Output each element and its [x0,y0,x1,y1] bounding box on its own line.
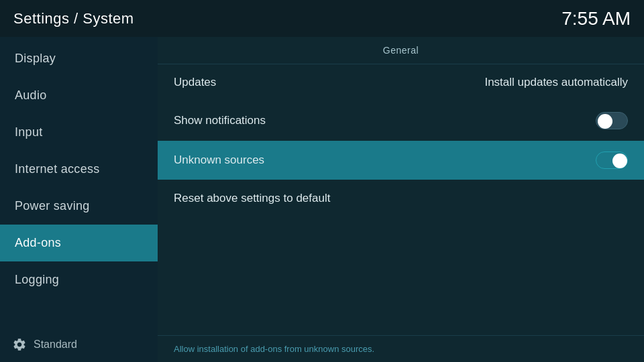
gear-icon [12,337,27,352]
sidebar-item-input[interactable]: Input [0,114,158,151]
toggle-unknown-sources[interactable] [596,152,628,169]
setting-row-show-notifications[interactable]: Show notifications [158,101,644,141]
setting-row-reset-settings[interactable]: Reset above settings to default [158,180,644,217]
sidebar-footer: Standard [0,327,158,362]
sidebar-item-logging[interactable]: Logging [0,261,158,298]
toggle-knob-show-notifications [598,114,612,129]
sidebar-item-audio[interactable]: Audio [0,77,158,114]
content-body: General UpdatesInstall updates automatic… [158,37,644,335]
content-area: General UpdatesInstall updates automatic… [158,37,644,362]
setting-label-reset-settings: Reset above settings to default [174,192,330,205]
main-layout: DisplayAudioInputInternet accessPower sa… [0,37,644,362]
setting-label-unknown-sources: Unknown sources [174,154,264,167]
header: Settings / System 7:55 AM [0,0,644,37]
toggle-knob-unknown-sources [612,154,627,168]
sidebar-item-internet-access[interactable]: Internet access [0,151,158,188]
sidebar-item-add-ons[interactable]: Add-ons [0,225,158,261]
sidebar-item-display[interactable]: Display [0,40,158,77]
setting-value-updates: Install updates automatically [484,76,628,89]
section-header: General [158,37,644,64]
sidebar-item-power-saving[interactable]: Power saving [0,188,158,225]
setting-label-updates: Updates [174,76,216,89]
setting-label-show-notifications: Show notifications [174,114,266,127]
app-container: Settings / System 7:55 AM DisplayAudioIn… [0,0,644,362]
toggle-show-notifications[interactable] [596,112,628,129]
setting-row-updates[interactable]: UpdatesInstall updates automatically [158,64,644,101]
page-title: Settings / System [13,10,134,27]
mode-label: Standard [34,339,77,351]
status-bar: Allow installation of add-ons from unkno… [158,335,644,362]
clock: 7:55 AM [561,8,631,29]
setting-row-unknown-sources[interactable]: Unknown sources [158,141,644,180]
status-text: Allow installation of add-ons from unkno… [174,344,374,354]
sidebar: DisplayAudioInputInternet accessPower sa… [0,37,158,362]
